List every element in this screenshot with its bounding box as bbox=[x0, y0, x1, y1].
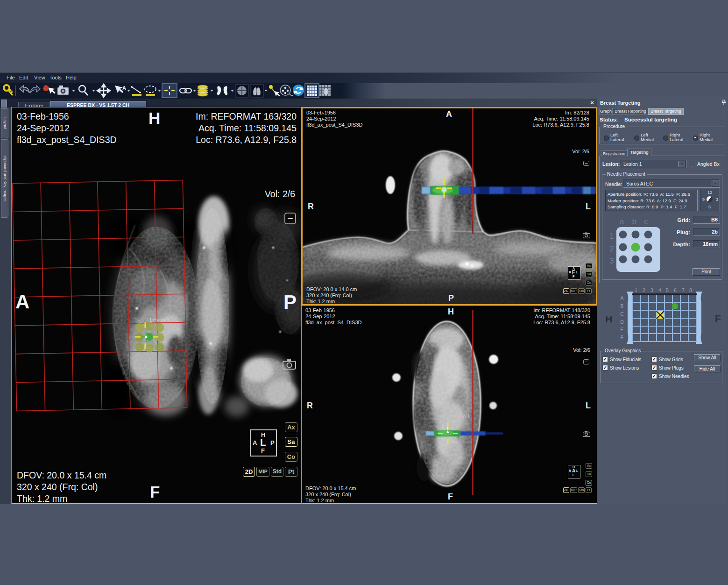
svg-text:1: 1 bbox=[635, 287, 637, 293]
svg-text:C: C bbox=[620, 311, 624, 317]
svg-text:5: 5 bbox=[666, 287, 669, 293]
svg-text:2: 2 bbox=[643, 287, 645, 293]
svg-text:3: 3 bbox=[650, 287, 653, 293]
svg-text:F: F bbox=[621, 335, 623, 340]
svg-text:F: F bbox=[715, 313, 721, 324]
svg-text:E: E bbox=[620, 327, 623, 332]
svg-text:7: 7 bbox=[682, 287, 685, 293]
svg-text:A: A bbox=[122, 85, 126, 91]
svg-text:A: A bbox=[620, 295, 623, 301]
svg-text:H: H bbox=[605, 314, 612, 324]
svg-text:B: B bbox=[620, 303, 623, 309]
svg-text:D: D bbox=[620, 319, 624, 325]
svg-text:8: 8 bbox=[689, 287, 692, 293]
svg-text:4: 4 bbox=[658, 287, 661, 293]
svg-text:6: 6 bbox=[674, 287, 677, 293]
